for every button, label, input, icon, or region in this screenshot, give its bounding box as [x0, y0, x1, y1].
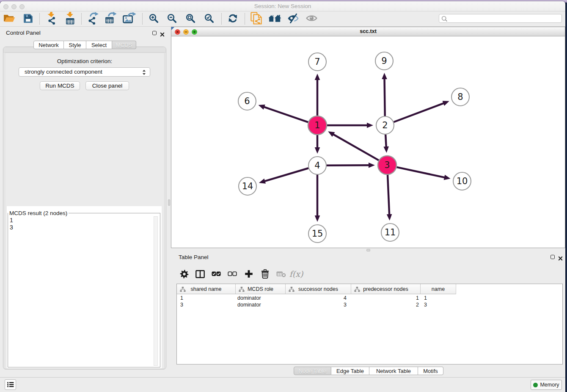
tab-select[interactable]: Select	[86, 41, 112, 49]
apply-function-button[interactable]: f(x)	[290, 268, 302, 279]
node-7[interactable]: 7	[308, 53, 326, 71]
search-icon	[441, 16, 448, 22]
edge-3-10[interactable]	[396, 167, 445, 178]
tab-motifs[interactable]: Motifs	[418, 367, 443, 375]
column-header-mcds-role[interactable]: MCDS role	[236, 284, 286, 294]
split-view-button[interactable]	[194, 268, 206, 279]
node-1[interactable]: 1	[308, 116, 327, 135]
tab-network[interactable]: Network	[33, 41, 64, 49]
save-session-button[interactable]	[21, 12, 35, 25]
control-panel-float-button[interactable]	[152, 31, 157, 35]
tab-node-table[interactable]: Node Table	[294, 367, 331, 375]
run-mcds-button[interactable]: Run MCDS	[40, 81, 80, 90]
search-input[interactable]	[449, 15, 560, 22]
tab-network-table[interactable]: Network Table	[369, 367, 418, 375]
table-row-3[interactable]: 3dominator323	[177, 301, 562, 308]
node-14[interactable]: 14	[239, 177, 256, 195]
window-title: Session: New Session	[0, 1, 565, 11]
chevron-up-down-icon	[142, 69, 146, 75]
edge-3-1[interactable]	[333, 134, 379, 160]
frame-resize-corner	[171, 27, 174, 30]
node-3[interactable]: 3	[378, 156, 396, 174]
node-4[interactable]: 4	[308, 157, 326, 174]
import-table-button[interactable]	[63, 12, 77, 25]
criterion-select[interactable]: strongly connected component	[19, 67, 150, 77]
zoom-fit-button[interactable]	[184, 12, 197, 25]
svg-text:14: 14	[242, 181, 253, 191]
edge-arrow-1-4	[315, 147, 320, 154]
zoom-out-button[interactable]	[165, 12, 179, 25]
node-9[interactable]: 9	[375, 52, 393, 70]
edge-4-14[interactable]	[264, 168, 308, 181]
edge-arrow-4-14	[259, 179, 266, 184]
network-canvas[interactable]: 1234678910111415	[171, 36, 565, 248]
column-hierarchy-icon	[239, 287, 245, 292]
tab-style[interactable]: Style	[64, 41, 86, 49]
export-network-button[interactable]	[86, 12, 99, 25]
optimization-criterion-label: Optimization criterion:	[5, 58, 164, 64]
table-panel-close-button[interactable]	[558, 255, 563, 259]
clone-network-button[interactable]	[249, 12, 263, 25]
close-panel-button[interactable]: Close panel	[85, 81, 129, 90]
deselect-all-button[interactable]	[226, 268, 238, 279]
table-panel-float-button[interactable]	[550, 255, 555, 259]
cell-shared-name: 3	[177, 301, 236, 308]
vertical-splitter-grip[interactable]	[168, 199, 170, 206]
edge-arrow-1-2	[367, 123, 373, 128]
edge-2-8[interactable]	[394, 103, 445, 122]
node-10[interactable]: 10	[453, 172, 471, 190]
task-history-button[interactable]	[5, 379, 16, 390]
refresh-button[interactable]	[226, 12, 239, 25]
svg-text:4: 4	[314, 160, 320, 171]
edge-2-9[interactable]	[385, 78, 385, 116]
control-panel-close-button[interactable]	[160, 31, 165, 36]
search-box[interactable]	[439, 14, 562, 23]
import-network-button[interactable]	[45, 12, 58, 25]
table-row-1[interactable]: 1dominator411	[177, 295, 562, 301]
column-hierarchy-icon	[180, 287, 186, 292]
status-bar: Memory	[0, 377, 565, 392]
hide-selection-button[interactable]	[286, 12, 300, 25]
add-row-button[interactable]	[243, 268, 255, 279]
column-header-shared-name[interactable]: shared name	[177, 284, 236, 294]
zoom-selected-button[interactable]	[202, 12, 216, 25]
zoom-in-button[interactable]	[147, 12, 160, 25]
column-label: MCDS role	[248, 286, 273, 292]
edge-1-6[interactable]	[263, 107, 308, 122]
column-header-successor-nodes[interactable]: successor nodes	[286, 284, 351, 294]
open-session-button[interactable]	[3, 12, 16, 25]
node-8[interactable]: 8	[451, 88, 469, 106]
cell-successor-nodes: 3	[286, 301, 351, 308]
edge-4-3[interactable]	[327, 165, 370, 166]
export-image-button[interactable]	[122, 12, 136, 25]
delete-table-button[interactable]	[275, 268, 287, 279]
column-label: shared name	[191, 286, 222, 292]
show-graphics-details-button[interactable]	[305, 12, 318, 25]
table-options-button[interactable]	[178, 268, 190, 279]
tab-edge-table[interactable]: Edge Table	[331, 367, 369, 375]
application-window: Session: New Session Control Panel Netwo…	[0, 1, 565, 392]
select-all-button[interactable]	[210, 268, 222, 279]
node-6[interactable]: 6	[238, 92, 256, 110]
edge-3-11[interactable]	[388, 175, 389, 215]
edge-arrow-3-11	[387, 214, 392, 221]
toolbar-separator	[142, 13, 143, 25]
delete-row-button[interactable]	[259, 268, 271, 279]
mcds-result-border	[8, 213, 160, 367]
node-table: shared nameMCDS rolesuccessor nodesprede…	[176, 284, 563, 364]
tab-mcds[interactable]: MCDS	[112, 41, 136, 49]
node-11[interactable]: 11	[381, 224, 399, 241]
node-15[interactable]: 15	[308, 225, 326, 243]
table-panel-title: Table Panel	[179, 254, 209, 260]
first-neighbors-button[interactable]	[268, 12, 281, 25]
svg-text:1: 1	[314, 120, 320, 130]
column-header-name[interactable]: name	[421, 284, 456, 294]
svg-text:9: 9	[381, 56, 387, 66]
edge-2-3[interactable]	[385, 135, 386, 148]
mcds-result-scrollbar[interactable]	[154, 216, 158, 366]
memory-button[interactable]: Memory	[531, 380, 562, 390]
export-table-button[interactable]	[104, 12, 117, 25]
toolbar-separator	[245, 13, 245, 25]
column-header-predecessor-nodes[interactable]: predecessor nodes	[351, 284, 421, 294]
node-2[interactable]: 2	[376, 116, 394, 134]
